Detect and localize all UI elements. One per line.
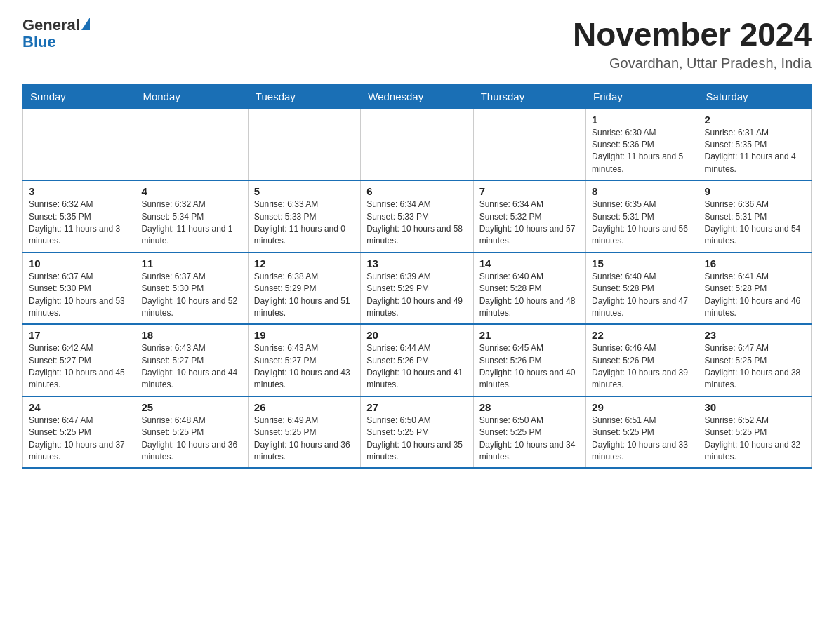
logo-general-text: General — [22, 17, 80, 34]
day-number: 19 — [254, 329, 355, 341]
day-number: 11 — [141, 257, 241, 269]
title-block: November 2024 Govardhan, Uttar Pradesh, … — [573, 17, 812, 72]
calendar-cell — [361, 109, 473, 181]
calendar-cell — [23, 109, 135, 181]
calendar-cell: 19Sunrise: 6:43 AM Sunset: 5:27 PM Dayli… — [248, 324, 360, 396]
calendar-cell: 27Sunrise: 6:50 AM Sunset: 5:25 PM Dayli… — [361, 396, 473, 469]
day-info: Sunrise: 6:47 AM Sunset: 5:25 PM Dayligh… — [29, 415, 125, 462]
day-number: 30 — [705, 401, 805, 413]
calendar-cell: 10Sunrise: 6:37 AM Sunset: 5:30 PM Dayli… — [23, 253, 135, 325]
day-info: Sunrise: 6:50 AM Sunset: 5:25 PM Dayligh… — [479, 415, 576, 462]
weekday-header-wednesday: Wednesday — [361, 84, 473, 109]
page-header: General Blue November 2024 Govardhan, Ut… — [22, 17, 812, 72]
calendar-cell — [135, 109, 248, 181]
day-number: 15 — [592, 257, 692, 269]
calendar-cell: 14Sunrise: 6:40 AM Sunset: 5:28 PM Dayli… — [473, 253, 585, 325]
day-info: Sunrise: 6:43 AM Sunset: 5:27 PM Dayligh… — [254, 343, 350, 389]
calendar-cell: 6Sunrise: 6:34 AM Sunset: 5:33 PM Daylig… — [361, 180, 473, 253]
day-number: 28 — [479, 401, 580, 413]
day-number: 27 — [366, 401, 467, 413]
day-number: 8 — [592, 185, 692, 197]
day-info: Sunrise: 6:41 AM Sunset: 5:28 PM Dayligh… — [705, 271, 801, 318]
day-info: Sunrise: 6:33 AM Sunset: 5:33 PM Dayligh… — [254, 199, 345, 246]
day-info: Sunrise: 6:43 AM Sunset: 5:27 PM Dayligh… — [141, 343, 237, 389]
day-info: Sunrise: 6:37 AM Sunset: 5:30 PM Dayligh… — [29, 271, 125, 318]
weekday-header-friday: Friday — [586, 84, 699, 109]
calendar-cell: 26Sunrise: 6:49 AM Sunset: 5:25 PM Dayli… — [248, 396, 360, 469]
calendar-cell: 13Sunrise: 6:39 AM Sunset: 5:29 PM Dayli… — [361, 253, 473, 325]
weekday-header-sunday: Sunday — [23, 84, 135, 109]
day-info: Sunrise: 6:31 AM Sunset: 5:35 PM Dayligh… — [705, 128, 796, 174]
calendar-table: SundayMondayTuesdayWednesdayThursdayFrid… — [22, 84, 812, 469]
day-info: Sunrise: 6:46 AM Sunset: 5:26 PM Dayligh… — [592, 343, 688, 389]
day-number: 17 — [29, 329, 129, 341]
day-number: 22 — [592, 329, 692, 341]
day-info: Sunrise: 6:49 AM Sunset: 5:25 PM Dayligh… — [254, 415, 350, 462]
day-info: Sunrise: 6:48 AM Sunset: 5:25 PM Dayligh… — [141, 415, 237, 462]
day-info: Sunrise: 6:40 AM Sunset: 5:28 PM Dayligh… — [592, 271, 688, 318]
calendar-cell: 23Sunrise: 6:47 AM Sunset: 5:25 PM Dayli… — [699, 324, 811, 396]
day-info: Sunrise: 6:40 AM Sunset: 5:28 PM Dayligh… — [479, 271, 576, 318]
calendar-cell: 15Sunrise: 6:40 AM Sunset: 5:28 PM Dayli… — [586, 253, 699, 325]
calendar-cell: 24Sunrise: 6:47 AM Sunset: 5:25 PM Dayli… — [23, 396, 135, 469]
logo-blue-text: Blue — [22, 34, 90, 51]
calendar-cell: 30Sunrise: 6:52 AM Sunset: 5:25 PM Dayli… — [699, 396, 811, 469]
day-info: Sunrise: 6:45 AM Sunset: 5:26 PM Dayligh… — [479, 343, 576, 389]
calendar-cell: 18Sunrise: 6:43 AM Sunset: 5:27 PM Dayli… — [135, 324, 248, 396]
calendar-cell: 11Sunrise: 6:37 AM Sunset: 5:30 PM Dayli… — [135, 253, 248, 325]
day-number: 20 — [366, 329, 467, 341]
day-info: Sunrise: 6:34 AM Sunset: 5:33 PM Dayligh… — [366, 199, 463, 246]
day-number: 12 — [254, 257, 355, 269]
calendar-cell: 3Sunrise: 6:32 AM Sunset: 5:35 PM Daylig… — [23, 180, 135, 253]
calendar-week-row: 1Sunrise: 6:30 AM Sunset: 5:36 PM Daylig… — [23, 109, 812, 181]
day-info: Sunrise: 6:38 AM Sunset: 5:29 PM Dayligh… — [254, 271, 350, 318]
calendar-cell: 20Sunrise: 6:44 AM Sunset: 5:26 PM Dayli… — [361, 324, 473, 396]
weekday-header-saturday: Saturday — [699, 84, 811, 109]
day-info: Sunrise: 6:35 AM Sunset: 5:31 PM Dayligh… — [592, 199, 688, 246]
calendar-week-row: 17Sunrise: 6:42 AM Sunset: 5:27 PM Dayli… — [23, 324, 812, 396]
day-number: 23 — [705, 329, 805, 341]
day-number: 9 — [705, 185, 805, 197]
day-info: Sunrise: 6:34 AM Sunset: 5:32 PM Dayligh… — [479, 199, 576, 246]
day-info: Sunrise: 6:52 AM Sunset: 5:25 PM Dayligh… — [705, 415, 801, 462]
day-number: 21 — [479, 329, 580, 341]
day-number: 16 — [705, 257, 805, 269]
day-info: Sunrise: 6:51 AM Sunset: 5:25 PM Dayligh… — [592, 415, 688, 462]
calendar-cell: 22Sunrise: 6:46 AM Sunset: 5:26 PM Dayli… — [586, 324, 699, 396]
calendar-week-row: 10Sunrise: 6:37 AM Sunset: 5:30 PM Dayli… — [23, 253, 812, 325]
day-number: 26 — [254, 401, 355, 413]
day-info: Sunrise: 6:39 AM Sunset: 5:29 PM Dayligh… — [366, 271, 463, 318]
calendar-cell: 1Sunrise: 6:30 AM Sunset: 5:36 PM Daylig… — [586, 109, 699, 181]
day-info: Sunrise: 6:44 AM Sunset: 5:26 PM Dayligh… — [366, 343, 463, 389]
day-number: 1 — [592, 114, 692, 126]
day-number: 29 — [592, 401, 692, 413]
day-number: 14 — [479, 257, 580, 269]
calendar-cell: 9Sunrise: 6:36 AM Sunset: 5:31 PM Daylig… — [699, 180, 811, 253]
day-info: Sunrise: 6:36 AM Sunset: 5:31 PM Dayligh… — [705, 199, 801, 246]
day-number: 13 — [366, 257, 467, 269]
day-number: 6 — [366, 185, 467, 197]
calendar-cell: 17Sunrise: 6:42 AM Sunset: 5:27 PM Dayli… — [23, 324, 135, 396]
location-subtitle: Govardhan, Uttar Pradesh, India — [573, 55, 812, 72]
day-number: 25 — [141, 401, 241, 413]
calendar-cell: 2Sunrise: 6:31 AM Sunset: 5:35 PM Daylig… — [699, 109, 811, 181]
day-info: Sunrise: 6:32 AM Sunset: 5:35 PM Dayligh… — [29, 199, 120, 246]
day-number: 10 — [29, 257, 129, 269]
calendar-cell: 5Sunrise: 6:33 AM Sunset: 5:33 PM Daylig… — [248, 180, 360, 253]
calendar-cell: 25Sunrise: 6:48 AM Sunset: 5:25 PM Dayli… — [135, 396, 248, 469]
calendar-cell: 21Sunrise: 6:45 AM Sunset: 5:26 PM Dayli… — [473, 324, 585, 396]
calendar-cell: 28Sunrise: 6:50 AM Sunset: 5:25 PM Dayli… — [473, 396, 585, 469]
calendar-cell: 29Sunrise: 6:51 AM Sunset: 5:25 PM Dayli… — [586, 396, 699, 469]
day-info: Sunrise: 6:47 AM Sunset: 5:25 PM Dayligh… — [705, 343, 801, 389]
logo-triangle-icon — [81, 18, 90, 30]
logo: General Blue — [22, 17, 90, 51]
day-number: 3 — [29, 185, 129, 197]
weekday-header-thursday: Thursday — [473, 84, 585, 109]
calendar-header-row: SundayMondayTuesdayWednesdayThursdayFrid… — [23, 84, 812, 109]
calendar-cell: 12Sunrise: 6:38 AM Sunset: 5:29 PM Dayli… — [248, 253, 360, 325]
calendar-cell — [473, 109, 585, 181]
day-number: 2 — [705, 114, 805, 126]
calendar-cell: 4Sunrise: 6:32 AM Sunset: 5:34 PM Daylig… — [135, 180, 248, 253]
day-number: 18 — [141, 329, 241, 341]
calendar-cell: 16Sunrise: 6:41 AM Sunset: 5:28 PM Dayli… — [699, 253, 811, 325]
